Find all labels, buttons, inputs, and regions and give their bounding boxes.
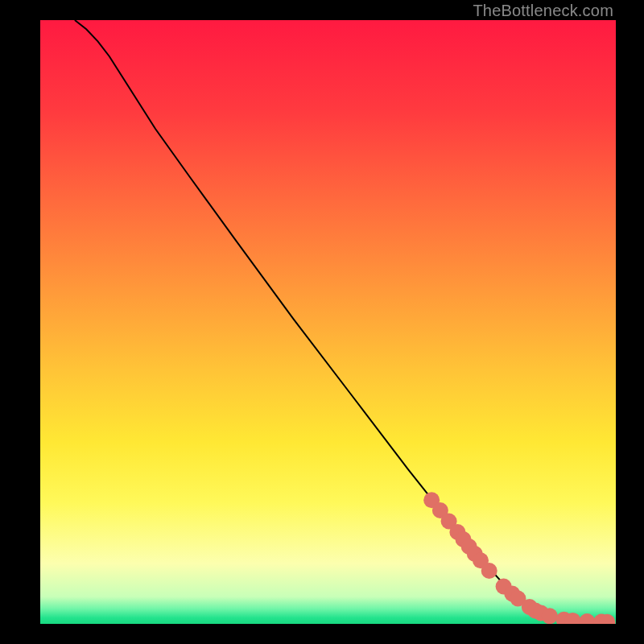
attribution-text: TheBottleneck.com [473, 2, 613, 20]
chart-svg [40, 20, 616, 624]
gradient-background [40, 20, 616, 624]
scatter-point [481, 563, 497, 579]
scatter-point [542, 608, 558, 624]
chart-stage: TheBottleneck.com [0, 0, 644, 644]
plot-area [40, 20, 616, 624]
